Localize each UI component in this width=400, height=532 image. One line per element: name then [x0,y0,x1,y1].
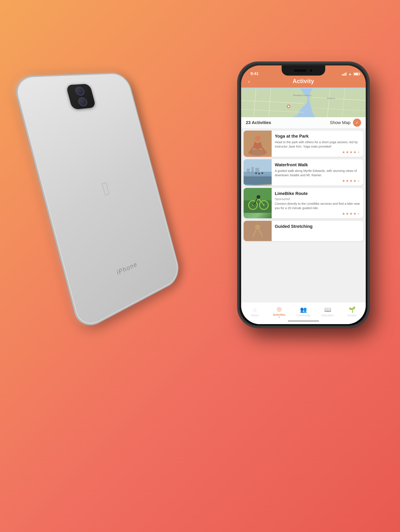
svg-point-24 [255,172,257,174]
star-4-half: ★ [353,150,356,154]
app-content: 9:41 ▲ [241,65,366,324]
camera-bump [66,84,96,110]
activity-image-limebike [244,188,272,218]
svg-point-12 [288,106,289,107]
tab-home-label: Home [251,314,259,317]
activity-info-stretching: Guided Stretching [272,221,363,241]
home-indicator [288,320,319,322]
tab-home[interactable]: ⌂ Home [243,306,267,317]
iphone-back-text: iPhone [116,260,138,276]
power-button [367,126,369,154]
vol-up-button [238,136,240,154]
svg-text:Bellevue: Bellevue [327,97,335,99]
power-button-back [141,130,148,150]
star-1: ★ [342,150,345,154]
community-icon: 👥 [300,306,307,313]
notch [282,65,325,76]
phone-screen: 9:41 ▲ [241,65,366,324]
page-title: Activity [293,78,314,84]
activity-name-limebike: LimeBike Route [275,191,360,196]
status-time: 9:41 [247,71,259,76]
lb-star-3: ★ [350,212,353,216]
svg-rect-21 [251,167,254,173]
signal-bar-1 [342,74,343,76]
lb-star-5: ★ [357,212,360,216]
activity-card-yoga[interactable]: Yoga at the Park Head to the park with o… [244,131,363,157]
activity-sponsored-limebike: Sponsored [275,197,360,201]
activity-info-limebike: LimeBike Route Sponsored Connect directl… [272,188,363,218]
tab-education-label: Education [321,314,334,317]
activity-desc-yoga: Head to the park with others for a short… [275,140,360,149]
tab-activities-label: Activities [273,313,285,317]
lb-star-1: ★ [342,212,345,216]
svg-point-25 [258,173,260,175]
growth-icon: 🌱 [349,306,356,313]
battery-fill [354,73,358,75]
mute-button [25,128,29,139]
limebike-image [244,188,272,218]
front-camera [309,69,313,72]
volume-down-button [34,165,41,183]
activity-stars-yoga: ★ ★ ★ ★ ★ [275,150,360,154]
tab-community-label: Community [296,314,310,317]
map-container[interactable]: Woodland Park Zoo Bellevue 23 Activities… [241,88,366,128]
activity-card-waterfront[interactable]: Waterfront Walk A guided walk along Myrt… [244,159,363,185]
activity-stars-waterfront: ★ ★ ★ ★ ★ [275,179,360,183]
activity-card-stretching[interactable]: Guided Stretching [244,221,363,241]
back-phone:  iPhone [11,72,182,333]
tab-education[interactable]: 📖 Education [316,306,340,317]
svg-rect-23 [244,176,272,184]
tab-activities[interactable]: ◎ Activities [267,306,291,318]
signal-icon [342,72,346,76]
front-phone: 9:41 ▲ [238,62,369,327]
activities-icon: ◎ [277,306,282,312]
activity-info-waterfront: Waterfront Walk A guided walk along Myrt… [272,159,363,185]
signal-bar-2 [343,74,344,76]
tab-growth[interactable]: 🌱 Growth [340,306,364,317]
apple-logo:  [100,177,112,200]
wf-star-2: ★ [346,179,349,183]
yoga-image [244,131,272,157]
activity-image-waterfront [244,159,272,185]
map-overlay-bar: 23 Activities Show Map ✓ [241,117,366,128]
activity-name-yoga: Yoga at the Park [275,134,360,139]
activity-stars-limebike: ★ ★ ★ ★ ★ [275,212,360,216]
wifi-icon: ▲ [348,72,352,76]
wf-star-4: ★ [353,179,356,183]
waterfront-image [244,159,272,185]
activity-desc-limebike: Connect directly to the LimeBike service… [275,202,360,210]
wf-star-1: ★ [342,179,345,183]
show-map-label: Show Map [330,120,350,125]
camera-lens-2 [77,97,88,106]
activity-list: Yoga at the Park Head to the park with o… [241,128,366,302]
volume-up-button [29,145,36,162]
map-check-icon[interactable]: ✓ [353,119,361,127]
wf-star-3: ★ [350,179,353,183]
star-2: ★ [346,150,349,154]
svg-point-36 [255,225,260,229]
svg-point-15 [255,136,260,141]
signal-bar-4 [346,72,346,76]
phone-body: 9:41 ▲ [238,62,369,327]
silent-button [238,117,240,129]
home-icon: ⌂ [253,306,256,313]
activity-card-limebike[interactable]: LimeBike Route Sponsored Connect directl… [244,188,363,218]
star-5-empty: ★ [357,150,360,154]
lb-star-4: ★ [353,212,356,216]
wf-star-5: ★ [357,179,360,183]
stretching-image [244,221,272,241]
lb-star-2: ★ [346,212,349,216]
tab-community[interactable]: 👥 Community [291,306,316,317]
tab-active-indicator [279,317,280,318]
back-button[interactable]: ‹ [246,78,252,84]
tab-growth-label: Growth [348,314,356,317]
activity-image-yoga [244,131,272,157]
svg-point-26 [261,172,263,174]
back-camera-area [66,84,96,110]
show-map-button[interactable]: Show Map ✓ [330,119,361,127]
activity-name-stretching: Guided Stretching [275,224,360,229]
battery-icon [354,73,360,76]
activity-desc-waterfront: A guided walk along Myrtle Edwards, with… [275,169,360,177]
svg-point-34 [256,195,260,199]
notch-speaker [294,70,306,72]
